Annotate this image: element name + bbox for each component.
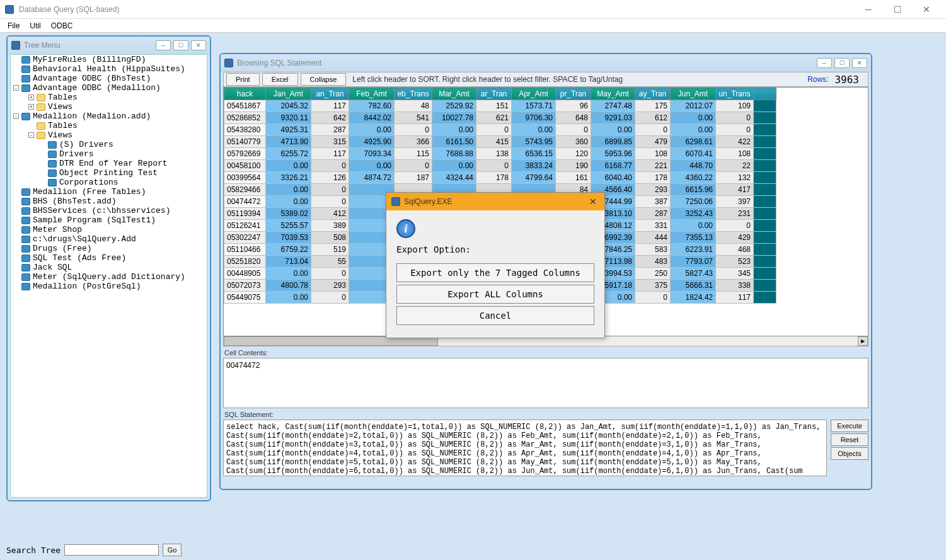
tree-item[interactable]: Sample Program (SqlTest1) — [11, 215, 207, 225]
table-cell[interactable]: 108 — [716, 148, 754, 160]
table-row[interactable]: 004581000.0000.0000.0003833.241906168.77… — [224, 160, 776, 172]
dialog-close-icon[interactable]: ✕ — [587, 197, 599, 207]
table-cell[interactable]: 397 — [716, 196, 754, 208]
table-cell[interactable]: 612 — [635, 112, 671, 124]
table-cell[interactable] — [754, 220, 776, 232]
table-cell[interactable]: 5255.57 — [266, 220, 311, 232]
table-cell[interactable]: 479 — [635, 136, 671, 148]
table-cell[interactable]: 4324.44 — [432, 172, 476, 184]
table-cell[interactable]: 4925.90 — [349, 136, 395, 148]
column-header[interactable]: Jan_Amt — [266, 88, 311, 100]
tree-item[interactable]: c:\drugs\SqlQuery.Add — [11, 234, 207, 244]
table-cell[interactable]: 366 — [395, 136, 432, 148]
table-cell[interactable]: 648 — [556, 112, 591, 124]
table-cell[interactable]: 7039.53 — [266, 232, 311, 244]
table-cell[interactable]: 483 — [635, 256, 671, 268]
expand-icon[interactable]: - — [28, 132, 34, 138]
table-cell[interactable]: 05119394 — [224, 208, 266, 220]
tree-item[interactable]: -Views — [11, 130, 207, 140]
close-button[interactable]: ✕ — [912, 0, 941, 19]
table-cell[interactable]: 05829466 — [224, 184, 266, 196]
column-header[interactable]: pr_Tran — [556, 88, 591, 100]
table-cell[interactable]: 0.00 — [266, 196, 311, 208]
table-cell[interactable]: 541 — [395, 112, 432, 124]
table-cell[interactable] — [754, 208, 776, 220]
tree-item[interactable]: Corporations — [11, 178, 207, 187]
table-cell[interactable] — [754, 244, 776, 256]
tree-minimize[interactable]: ─ — [156, 40, 171, 50]
cell-contents[interactable]: 00474472 — [223, 358, 868, 408]
table-cell[interactable] — [754, 196, 776, 208]
table-cell[interactable]: 315 — [311, 136, 349, 148]
table-cell[interactable]: 190 — [556, 160, 591, 172]
go-button[interactable]: Go — [163, 544, 182, 556]
table-cell[interactable]: 0 — [311, 160, 349, 172]
table-cell[interactable]: 4799.64 — [512, 172, 556, 184]
tree-item[interactable]: Object Printing Test — [11, 168, 207, 178]
column-header[interactable]: Apr_Amt — [512, 88, 556, 100]
table-cell[interactable] — [754, 184, 776, 196]
tree-item[interactable]: Tables — [11, 121, 207, 130]
table-cell[interactable]: 360 — [556, 136, 591, 148]
table-cell[interactable]: 22 — [716, 160, 754, 172]
expand-icon[interactable]: + — [28, 104, 34, 110]
tree-item[interactable]: Jack SQL — [11, 263, 207, 272]
table-cell[interactable]: 0 — [716, 220, 754, 232]
table-cell[interactable]: 05438280 — [224, 124, 266, 136]
column-header[interactable]: May_Amt — [591, 88, 635, 100]
expand-icon[interactable]: + — [28, 94, 34, 100]
table-cell[interactable]: 448.70 — [671, 160, 716, 172]
tree-item[interactable]: Medallion (Free Tables) — [11, 187, 207, 197]
table-cell[interactable]: 117 — [716, 292, 754, 304]
table-cell[interactable]: 0 — [716, 112, 754, 124]
table-cell[interactable]: 00458100 — [224, 160, 266, 172]
table-cell[interactable] — [754, 124, 776, 136]
tree-item[interactable]: Drugs (Free) — [11, 244, 207, 253]
column-header[interactable]: un_Trans — [716, 88, 754, 100]
table-cell[interactable]: 3252.43 — [671, 208, 716, 220]
table-cell[interactable]: 6899.85 — [591, 136, 635, 148]
table-cell[interactable]: 5743.95 — [512, 136, 556, 148]
table-cell[interactable]: 4925.31 — [266, 124, 311, 136]
tree-item[interactable]: Meter Shop — [11, 225, 207, 234]
tree-item[interactable]: +Views — [11, 102, 207, 111]
table-cell[interactable]: 519 — [311, 244, 349, 256]
table-cell[interactable]: 782.60 — [349, 100, 395, 112]
table-cell[interactable]: 0 — [635, 292, 671, 304]
table-cell[interactable]: 4800.78 — [266, 280, 311, 292]
table-cell[interactable]: 0.00 — [432, 124, 476, 136]
minimize-button[interactable]: ─ — [854, 0, 883, 19]
table-cell[interactable]: 2045.32 — [266, 100, 311, 112]
print-button[interactable]: Print — [226, 73, 260, 86]
table-cell[interactable]: 468 — [716, 244, 754, 256]
table-cell[interactable]: 6536.15 — [512, 148, 556, 160]
table-cell[interactable] — [754, 172, 776, 184]
tree-item[interactable]: Medallion (PostGreSql) — [11, 282, 207, 291]
table-cell[interactable]: 8442.02 — [349, 112, 395, 124]
table-cell[interactable]: 96 — [556, 100, 591, 112]
table-cell[interactable]: 6298.61 — [671, 136, 716, 148]
table-cell[interactable]: 2529.92 — [432, 100, 476, 112]
table-cell[interactable]: 0 — [716, 124, 754, 136]
tree-item[interactable]: Advantage ODBC (BhsTest) — [11, 74, 207, 83]
table-cell[interactable]: 05140779 — [224, 136, 266, 148]
expand-icon[interactable]: - — [13, 85, 19, 91]
scroll-right-icon[interactable]: ▶ — [858, 336, 868, 346]
table-cell[interactable]: 00399564 — [224, 172, 266, 184]
column-header[interactable]: an_Tran — [311, 88, 349, 100]
tree-item[interactable]: Drivers — [11, 149, 207, 159]
table-cell[interactable]: 05126241 — [224, 220, 266, 232]
table-cell[interactable]: 109 — [716, 100, 754, 112]
objects-button[interactable]: Objects — [831, 447, 868, 460]
table-cell[interactable] — [754, 112, 776, 124]
table-cell[interactable]: 5827.43 — [671, 268, 716, 280]
table-cell[interactable]: 00448905 — [224, 268, 266, 280]
table-cell[interactable]: 3833.24 — [512, 160, 556, 172]
tree-item[interactable]: -Medallion (Medalion.add) — [11, 111, 207, 121]
table-cell[interactable]: 10027.78 — [432, 112, 476, 124]
column-header[interactable]: ar_Tran — [476, 88, 512, 100]
table-cell[interactable]: 508 — [311, 232, 349, 244]
table-cell[interactable]: 05251820 — [224, 256, 266, 268]
table-cell[interactable]: 0.00 — [671, 112, 716, 124]
table-cell[interactable]: 0.00 — [671, 220, 716, 232]
